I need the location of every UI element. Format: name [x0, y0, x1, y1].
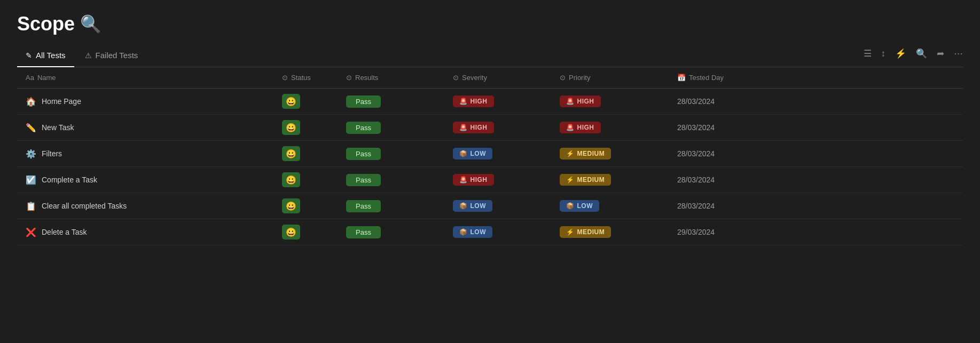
priority-icon: 🚨 — [566, 98, 575, 105]
test-table: Aa Name ⊙ Status ⊙ Results — [17, 67, 963, 245]
calendar-col-icon: 📅 — [677, 74, 686, 82]
cell-name: 🏠Home Page — [17, 89, 273, 115]
severity-icon: 🚨 — [459, 124, 468, 131]
tabs-left: ✎ All Tests ⚠ Failed Tests — [17, 45, 146, 67]
severity-badge: 📦LOW — [453, 148, 492, 159]
priority-badge: 📦LOW — [560, 200, 599, 212]
priority-icon: ⚡ — [566, 228, 575, 236]
row-icon: ❌ — [26, 227, 36, 237]
result-badge: Pass — [346, 226, 381, 238]
priority-text: MEDIUM — [577, 176, 605, 184]
tab-all-tests[interactable]: ✎ All Tests — [17, 45, 74, 67]
priority-text: MEDIUM — [577, 228, 605, 236]
cell-severity: 📦LOW — [444, 219, 551, 245]
table-header: Aa Name ⊙ Status ⊙ Results — [17, 67, 963, 89]
tab-all-tests-label: All Tests — [36, 51, 66, 60]
priority-badge: ⚡MEDIUM — [560, 174, 611, 186]
bolt-icon[interactable]: ⚡ — [895, 48, 906, 59]
result-badge: Pass — [346, 148, 381, 160]
cell-tested-day: 28/03/2024 — [669, 115, 963, 141]
row-name-text: Filters — [42, 149, 62, 158]
cell-priority: 📦LOW — [551, 193, 669, 219]
results-col-icon: ⊙ — [346, 74, 352, 82]
severity-icon: 📦 — [459, 228, 468, 236]
row-name-text: Home Page — [42, 97, 81, 106]
row-icon: 🏠 — [26, 97, 36, 107]
warning-icon: ⚠ — [85, 51, 92, 60]
priority-text: MEDIUM — [577, 150, 605, 157]
filter-icon[interactable]: ☰ — [864, 48, 872, 59]
status-badge: 😀 — [282, 172, 300, 187]
cell-tested-day: 28/03/2024 — [669, 167, 963, 193]
row-name-text: Clear all completed Tasks — [42, 202, 127, 210]
more-icon[interactable]: ⋯ — [954, 48, 963, 59]
cell-name: ☑️Complete a Task — [17, 167, 273, 193]
col-header-name: Aa Name — [17, 67, 273, 89]
app-container: Scope 🔍 ✎ All Tests ⚠ Failed Tests ☰ ↕ ⚡… — [0, 0, 980, 245]
severity-badge: 📦LOW — [453, 226, 492, 238]
table-row: ✏️New Task😀Pass🚨HIGH🚨HIGH28/03/2024 — [17, 115, 963, 141]
cell-priority: ⚡MEDIUM — [551, 141, 669, 167]
aa-icon: Aa — [26, 74, 34, 82]
result-badge: Pass — [346, 174, 381, 186]
col-header-results: ⊙ Results — [338, 67, 444, 89]
search-icon[interactable]: 🔍 — [916, 48, 927, 59]
table-row: ❌Delete a Task😀Pass📦LOW⚡MEDIUM29/03/2024 — [17, 219, 963, 245]
row-name-text: Delete a Task — [42, 228, 87, 236]
status-badge: 😀 — [282, 225, 300, 240]
cell-severity: 📦LOW — [444, 141, 551, 167]
cell-tested-day: 28/03/2024 — [669, 193, 963, 219]
cell-result: Pass — [338, 219, 444, 245]
cell-status: 😀 — [273, 219, 338, 245]
priority-icon: 📦 — [566, 202, 575, 210]
severity-text: LOW — [471, 202, 487, 210]
severity-badge: 🚨HIGH — [453, 174, 494, 186]
severity-icon: 🚨 — [459, 176, 468, 184]
priority-col-icon: ⊙ — [560, 74, 566, 82]
cell-name: ✏️New Task — [17, 115, 273, 141]
priority-badge: ⚡MEDIUM — [560, 226, 611, 238]
col-header-severity: ⊙ Severity — [444, 67, 551, 89]
cell-tested-day: 29/03/2024 — [669, 219, 963, 245]
cell-status: 😀 — [273, 193, 338, 219]
cell-priority: ⚡MEDIUM — [551, 219, 669, 245]
cell-status: 😀 — [273, 115, 338, 141]
table-row: ⚙️Filters😀Pass📦LOW⚡MEDIUM28/03/2024 — [17, 141, 963, 167]
severity-text: HIGH — [471, 176, 488, 184]
row-icon: ⚙️ — [26, 149, 36, 159]
tab-failed-tests-label: Failed Tests — [96, 51, 138, 60]
cell-severity: 🚨HIGH — [444, 89, 551, 115]
severity-col-icon: ⊙ — [453, 74, 459, 82]
result-badge: Pass — [346, 200, 381, 212]
toolbar: ☰ ↕ ⚡ 🔍 ➦ ⋯ — [864, 48, 963, 63]
expand-icon[interactable]: ➦ — [937, 48, 944, 59]
severity-icon: 📦 — [459, 150, 468, 157]
sort-icon[interactable]: ↕ — [881, 49, 886, 59]
cell-priority: 🚨HIGH — [551, 89, 669, 115]
priority-badge: ⚡MEDIUM — [560, 148, 611, 159]
result-badge: Pass — [346, 122, 381, 134]
row-icon: ✏️ — [26, 123, 36, 133]
status-badge: 😀 — [282, 120, 300, 135]
app-title: Scope — [17, 13, 75, 35]
cell-tested-day: 28/03/2024 — [669, 141, 963, 167]
cell-priority: ⚡MEDIUM — [551, 167, 669, 193]
severity-badge: 🚨HIGH — [453, 95, 494, 107]
cell-result: Pass — [338, 141, 444, 167]
cell-name: ❌Delete a Task — [17, 219, 273, 245]
cell-name: ⚙️Filters — [17, 141, 273, 167]
cell-status: 😀 — [273, 167, 338, 193]
cell-severity: 🚨HIGH — [444, 115, 551, 141]
tab-failed-tests[interactable]: ⚠ Failed Tests — [76, 45, 147, 67]
cell-result: Pass — [338, 89, 444, 115]
cell-result: Pass — [338, 167, 444, 193]
status-badge: 😀 — [282, 146, 300, 161]
severity-text: HIGH — [471, 124, 488, 131]
row-icon: 📋 — [26, 201, 36, 211]
cell-result: Pass — [338, 193, 444, 219]
priority-badge: 🚨HIGH — [560, 95, 601, 107]
table-row: 🏠Home Page😀Pass🚨HIGH🚨HIGH28/03/2024 — [17, 89, 963, 115]
cell-status: 😀 — [273, 141, 338, 167]
priority-text: HIGH — [577, 124, 594, 131]
severity-text: HIGH — [471, 98, 488, 105]
